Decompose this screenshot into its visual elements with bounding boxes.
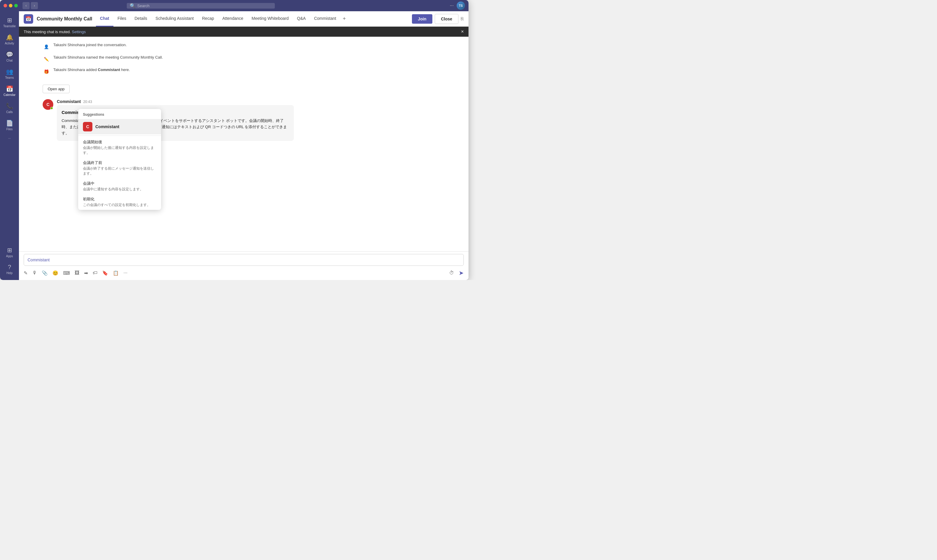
tab-nav: Chat Files Details Scheduling Assistant …: [96, 11, 409, 27]
tab-commistant[interactable]: Commistant: [310, 11, 340, 27]
apps-icon: ⊞: [7, 246, 12, 254]
sidebar-label-chat: Chat: [6, 59, 12, 62]
sidebar-label-apps: Apps: [6, 255, 13, 258]
bell-icon: 🔔: [6, 34, 13, 41]
notification-bar: This meeting chat is muted. Settings ×: [19, 27, 468, 37]
main-layout: ⊞ Teamstile 🔔 Activity 💬 Chat 👥 Teams 📅 …: [0, 11, 468, 280]
system-text-joined: Takashi Shinohara joined the conversatio…: [53, 43, 127, 47]
sidebar-item-files[interactable]: 📄 Files: [1, 117, 18, 133]
suggestion-reset[interactable]: 初期化 この会議のすべての設定を初期化します。: [78, 194, 161, 210]
more-options-button[interactable]: ···: [450, 3, 454, 8]
system-message-added: 🎁 Takashi Shinohara added Commistant her…: [43, 68, 445, 75]
meeting-title: Community Monthly Call: [37, 16, 92, 22]
search-icon: 🔍: [130, 3, 136, 9]
tag-icon[interactable]: 🏷: [93, 270, 97, 275]
suggestion-before-end[interactable]: 会議終了前 会議が終了する前にメッセージ通知を送信します。: [78, 158, 161, 178]
send-button[interactable]: ➤: [459, 269, 464, 277]
tab-details[interactable]: Details: [130, 11, 151, 27]
sidebar-item-apps[interactable]: ⊞ Apps: [1, 244, 18, 260]
message-input-box[interactable]: Commistant: [24, 254, 464, 266]
traffic-lights: [3, 4, 18, 8]
suggestion-divider: [78, 135, 161, 136]
popout-button[interactable]: ⎘: [461, 16, 464, 22]
sidebar-label-teams: Teams: [5, 76, 14, 79]
forward-button[interactable]: ›: [31, 2, 38, 9]
sidebar-item-teams[interactable]: 👥 Teams: [1, 66, 18, 82]
open-app-button[interactable]: Open app: [43, 85, 69, 93]
sidebar-label-activity: Activity: [5, 42, 14, 45]
calendar-icon: 📅: [6, 85, 13, 92]
pencil-icon: ✏️: [43, 55, 50, 63]
suggestion-title-before-end: 会議終了前: [83, 160, 156, 165]
more-dots-label: ···: [8, 137, 11, 140]
bookmark-icon[interactable]: 🔖: [102, 270, 108, 276]
tab-files[interactable]: Files: [113, 11, 131, 27]
sidebar-item-teamstile[interactable]: ⊞ Teamstile: [1, 14, 18, 30]
input-area: Commistant ✎ 🎙 📎 😊 ⌨ 🖼 ➡ 🏷 🔖 📋 ··· ⏱: [19, 251, 468, 280]
person-icon: 👤: [43, 43, 50, 50]
commistant-avatar: C: [43, 99, 53, 110]
files-icon: 📄: [6, 120, 13, 127]
content: 📅 Community Monthly Call Chat Files Deta…: [19, 11, 468, 280]
arrow-icon[interactable]: ➡: [84, 270, 88, 276]
system-text-named: Takashi Shinohara named the meeting Comm…: [53, 55, 163, 60]
close-button[interactable]: Close: [435, 14, 458, 24]
suggestion-during[interactable]: 会議中 会議中に通知する内容を設定します。: [78, 178, 161, 194]
join-button[interactable]: Join: [412, 14, 432, 24]
tab-scheduling[interactable]: Scheduling Assistant: [151, 11, 198, 27]
minimize-traffic-light[interactable]: [9, 4, 12, 8]
suggestion-after-start[interactable]: 会議開始後 会議が開始した後に通知する内容を設定します。: [78, 137, 161, 158]
suggestion-title-reset: 初期化: [83, 197, 156, 202]
audio-icon[interactable]: 🎙: [32, 270, 37, 275]
format-icon[interactable]: ✎: [24, 270, 28, 276]
keyboard-icon[interactable]: ⌨: [63, 270, 70, 276]
settings-link[interactable]: Settings: [72, 29, 86, 34]
back-button[interactable]: ‹: [23, 2, 29, 9]
close-traffic-light[interactable]: [3, 4, 7, 8]
sidebar-item-calendar[interactable]: 📅 Calendar: [1, 83, 18, 99]
meeting-icon: 📅: [24, 14, 33, 24]
schedule-send-icon[interactable]: ⏱: [449, 270, 454, 275]
chat-icon: 💬: [6, 51, 13, 58]
sidebar-label-calls: Calls: [6, 111, 13, 114]
emoji-icon[interactable]: 😊: [52, 270, 59, 276]
tab-attendance[interactable]: Attendance: [218, 11, 248, 27]
attach-icon[interactable]: 📎: [42, 270, 48, 276]
calls-icon: 📞: [6, 102, 13, 109]
sidebar-item-calls[interactable]: 📞 Calls: [1, 100, 18, 116]
suggestions-header: Suggestions: [78, 109, 161, 119]
toolbar-more-icon[interactable]: ···: [123, 270, 127, 275]
avatar[interactable]: TS: [457, 2, 465, 10]
search-bar[interactable]: 🔍: [127, 3, 275, 9]
sidebar-item-more[interactable]: ···: [1, 134, 18, 142]
message-time: 20:43: [83, 100, 92, 104]
tab-recap[interactable]: Recap: [198, 11, 218, 27]
sidebar-item-activity[interactable]: 🔔 Activity: [1, 31, 18, 47]
tab-qa[interactable]: Q&A: [293, 11, 310, 27]
sidebar: ⊞ Teamstile 🔔 Activity 💬 Chat 👥 Teams 📅 …: [0, 11, 19, 280]
image-icon[interactable]: 🖼: [75, 270, 79, 275]
app-window: ‹ › 🔍 ··· TS ⊞ Teamstile 🔔 Activity 💬: [0, 0, 468, 280]
chat-area: 👤 Takashi Shinohara joined the conversat…: [19, 37, 468, 251]
clipboard-icon[interactable]: 📋: [113, 270, 119, 276]
suggestion-desc-during: 会議中に通知する内容を設定します。: [83, 187, 156, 192]
title-right: ··· TS: [450, 2, 465, 10]
maximize-traffic-light[interactable]: [14, 4, 18, 8]
nav-buttons: ‹ ›: [23, 2, 38, 9]
suggestion-commistant[interactable]: C Commistant: [78, 119, 161, 134]
notification-close-button[interactable]: ×: [461, 29, 464, 34]
gift-icon: 🎁: [43, 68, 50, 75]
sidebar-item-help[interactable]: ? Help: [1, 262, 18, 277]
input-text: Commistant: [28, 257, 50, 262]
suggestion-desc-before-end: 会議が終了する前にメッセージ通知を送信します。: [83, 166, 156, 176]
commistant-suggestion-name: Commistant: [96, 124, 119, 129]
sidebar-item-chat[interactable]: 💬 Chat: [1, 49, 18, 65]
notification-text: This meeting chat is muted. Settings: [24, 29, 86, 34]
add-tab-button[interactable]: +: [340, 16, 348, 22]
teams-icon: 👥: [6, 68, 13, 75]
tab-chat[interactable]: Chat: [96, 11, 113, 27]
tab-whiteboard[interactable]: Meeting Whiteboard: [248, 11, 293, 27]
suggestions-dropdown: Suggestions C Commistant 会議開始後 会議が開始した後に…: [78, 109, 161, 210]
search-input[interactable]: [137, 3, 272, 8]
sidebar-label-teamstile: Teamstile: [3, 25, 16, 28]
